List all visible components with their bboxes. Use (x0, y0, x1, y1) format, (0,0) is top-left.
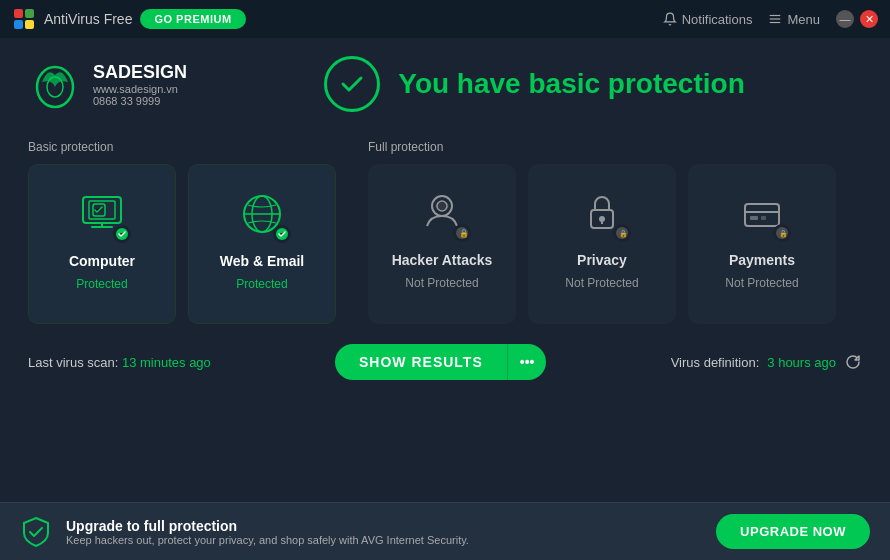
go-premium-button[interactable]: GO PREMIUM (140, 9, 245, 29)
show-results-button[interactable]: SHOW RESULTS (335, 344, 507, 380)
upgrade-footer: Upgrade to full protection Keep hackers … (0, 502, 890, 560)
hero-center: You have basic protection (207, 56, 862, 112)
svg-text:🔒: 🔒 (619, 229, 628, 238)
notifications-button[interactable]: Notifications (663, 12, 753, 27)
hacker-attacks-icon: 🔒 (411, 182, 473, 244)
menu-button[interactable]: Menu (768, 12, 820, 27)
upgrade-text: Upgrade to full protection Keep hackers … (66, 518, 469, 546)
more-options-button[interactable]: ••• (507, 344, 547, 380)
hacker-attacks-card-title: Hacker Attacks (392, 252, 493, 268)
payments-card-title: Payments (729, 252, 795, 268)
virus-def-label: Virus definition: (671, 355, 760, 370)
sadesign-url: www.sadesign.vn (93, 83, 187, 95)
web-email-card-title: Web & Email (220, 253, 305, 269)
sadesign-icon (28, 57, 83, 112)
app-title: AntiVirus Free (44, 11, 132, 27)
computer-card-title: Computer (69, 253, 135, 269)
virus-def-time: 3 hours ago (767, 355, 836, 370)
sadesign-phone: 0868 33 9999 (93, 95, 187, 107)
protection-sections: Basic protection (28, 140, 862, 324)
full-cards-row: 🔒 Hacker Attacks Not Protected (368, 164, 862, 324)
menu-icon (768, 12, 782, 26)
title-bar-left: AntiVirus Free GO PREMIUM (12, 7, 246, 31)
virus-definition: Virus definition: 3 hours ago (671, 353, 862, 371)
hero-section: SADESIGN www.sadesign.vn 0868 33 9999 Yo… (0, 38, 890, 130)
payments-card-status: Not Protected (725, 276, 798, 290)
upgrade-subtitle: Keep hackers out, protect your privacy, … (66, 534, 469, 546)
privacy-icon: 🔒 (571, 182, 633, 244)
full-protection-section: Full protection � (368, 140, 862, 324)
title-bar: AntiVirus Free GO PREMIUM Notifications … (0, 0, 890, 38)
menu-label: Menu (787, 12, 820, 27)
web-email-card[interactable]: Web & Email Protected (188, 164, 336, 324)
sadesign-name: SADESIGN (93, 62, 187, 83)
payments-badge: 🔒 (773, 224, 791, 242)
web-email-badge (273, 225, 291, 243)
computer-icon (71, 183, 133, 245)
computer-card[interactable]: Computer Protected (28, 164, 176, 324)
hero-highlight: basic protection (528, 68, 744, 99)
last-scan-label: Last virus scan: (28, 355, 122, 370)
hacker-attacks-badge: 🔒 (453, 224, 471, 242)
scan-info: Last virus scan: 13 minutes ago (28, 355, 211, 370)
privacy-card[interactable]: 🔒 Privacy Not Protected (528, 164, 676, 324)
avg-logo (12, 7, 36, 31)
privacy-badge: 🔒 (613, 224, 631, 242)
hacker-attacks-card[interactable]: 🔒 Hacker Attacks Not Protected (368, 164, 516, 324)
hacker-attacks-card-status: Not Protected (405, 276, 478, 290)
privacy-card-title: Privacy (577, 252, 627, 268)
close-button[interactable]: ✕ (860, 10, 878, 28)
notifications-label: Notifications (682, 12, 753, 27)
svg-rect-25 (750, 216, 758, 220)
svg-rect-23 (745, 204, 779, 226)
bell-icon (663, 12, 677, 26)
svg-rect-15 (435, 201, 449, 211)
payments-card[interactable]: 🔒 Payments Not Protected (688, 164, 836, 324)
upgrade-shield-icon (20, 516, 52, 548)
upgrade-left: Upgrade to full protection Keep hackers … (20, 516, 469, 548)
web-email-icon (231, 183, 293, 245)
svg-rect-26 (761, 216, 766, 220)
scan-actions: SHOW RESULTS ••• (335, 344, 546, 380)
privacy-card-status: Not Protected (565, 276, 638, 290)
refresh-icon[interactable] (844, 353, 862, 371)
computer-card-status: Protected (76, 277, 127, 291)
web-email-card-status: Protected (236, 277, 287, 291)
title-bar-right: Notifications Menu — ✕ (663, 10, 878, 28)
hero-text-prefix: You have (398, 68, 528, 99)
payments-icon: 🔒 (731, 182, 793, 244)
protection-status-icon (324, 56, 380, 112)
window-controls: — ✕ (836, 10, 878, 28)
sadesign-info: SADESIGN www.sadesign.vn 0868 33 9999 (93, 62, 187, 107)
upgrade-title: Upgrade to full protection (66, 518, 469, 534)
bottom-bar: Last virus scan: 13 minutes ago SHOW RES… (0, 334, 890, 390)
sadesign-logo: SADESIGN www.sadesign.vn 0868 33 9999 (28, 57, 187, 112)
upgrade-now-button[interactable]: UPGRADE NOW (716, 514, 870, 549)
basic-cards-row: Computer Protected (28, 164, 368, 324)
main-content: Basic protection (0, 130, 890, 334)
basic-section-label: Basic protection (28, 140, 368, 154)
hero-text: You have basic protection (398, 68, 744, 100)
full-section-label: Full protection (368, 140, 862, 154)
svg-text:🔒: 🔒 (779, 229, 788, 238)
basic-protection-section: Basic protection (28, 140, 368, 324)
svg-point-19 (599, 216, 605, 222)
computer-badge (113, 225, 131, 243)
minimize-button[interactable]: — (836, 10, 854, 28)
svg-text:🔒: 🔒 (459, 228, 469, 238)
last-scan-time: 13 minutes ago (122, 355, 211, 370)
